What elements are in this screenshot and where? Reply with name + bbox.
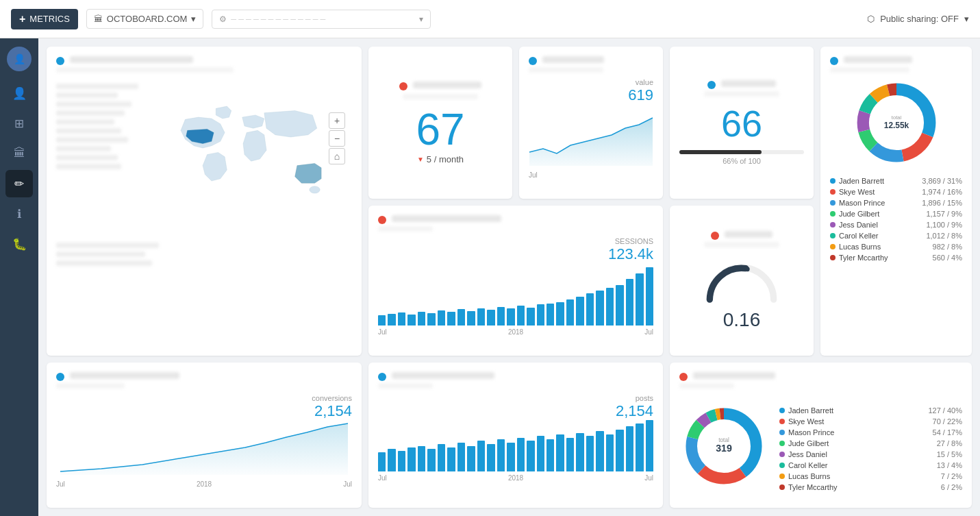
donut-small-widget: total 319 Jaden Barrett127 / 40%Skye Wes… (670, 363, 972, 508)
bar (507, 443, 514, 471)
arc-gauge-svg (701, 256, 783, 304)
sharing-label: Public sharing: OFF (880, 14, 959, 24)
line619-chart (529, 104, 653, 166)
bar (467, 311, 475, 325)
bar (407, 315, 415, 325)
sidebar-item-user[interactable]: 👤 (5, 79, 33, 107)
bar (636, 423, 643, 471)
metric016-icon (711, 232, 719, 240)
sessions-bar-chart (378, 267, 653, 325)
legend-item: Jess Daniel15 / 5% (779, 449, 962, 460)
sidebar-item-bank[interactable]: 🏛 (5, 140, 33, 167)
conv-label: conversions (56, 394, 352, 402)
bar (407, 447, 415, 471)
metric-67-widget: 67 ▼ ▼ 5 / month 5 / month (368, 47, 512, 199)
filter-icon: ⚙ (219, 14, 227, 24)
bar (398, 451, 405, 471)
gauge-bar-fill (679, 150, 762, 154)
bar (517, 438, 525, 471)
bar (606, 434, 614, 471)
filter-dropdown[interactable]: ⚙ ─ ─ ─ ─ ─ ─ ─ ─ ─ ─ ─ ─ ─ ▾ (212, 10, 431, 29)
bar (378, 315, 386, 325)
bar (388, 449, 395, 471)
conversions-chart (56, 420, 352, 475)
bar (447, 312, 455, 325)
bar (616, 285, 623, 326)
bar (626, 279, 633, 325)
posts-label: posts (378, 394, 653, 402)
donut-large-widget: total 12.55k Jaden Barrett3,869 / 31%Sky… (820, 47, 972, 356)
world-map-svg (159, 84, 352, 234)
bar (447, 447, 455, 471)
metric-619-label: value (529, 78, 653, 86)
sidebar-item-bug[interactable]: 🐛 (5, 230, 33, 258)
org-dropdown[interactable]: 🏛 OCTOBOARD.COM ▾ (86, 9, 204, 29)
svg-text:total: total (891, 114, 901, 121)
info-icon: ℹ (17, 207, 21, 221)
legend-item: Skye West70 / 22% (779, 416, 962, 427)
bar (527, 308, 534, 325)
user-icon: 👤 (12, 86, 27, 101)
bar (537, 304, 544, 325)
map-widget: + − ⌂ (47, 47, 362, 356)
bar (388, 314, 395, 325)
metric-016-widget: 0.16 (670, 206, 814, 356)
topbar: + METRICS 🏛 OCTOBOARD.COM ▾ ⚙ ─ ─ ─ ─ ─ … (0, 0, 980, 38)
posts-icon (378, 373, 386, 381)
bar (457, 309, 465, 325)
dashboard-grid: + − ⌂ (38, 38, 980, 516)
bar (596, 431, 603, 471)
legend-item: Carol Keller1,012 / 8% (830, 230, 962, 241)
sidebar-item-info[interactable]: ℹ (5, 200, 33, 228)
filter-chevron-icon: ▾ (419, 14, 423, 24)
legend-item: Jude Gilbert27 / 8% (779, 438, 962, 449)
legend-item: Jess Daniel1,100 / 9% (830, 219, 962, 230)
svg-text:319: 319 (716, 443, 732, 454)
add-metrics-button[interactable]: + METRICS (11, 9, 78, 29)
metric-016-value: 0.16 (723, 309, 761, 331)
svg-point-0 (310, 186, 320, 193)
bar (586, 293, 594, 325)
donut-large-legend: Jaden Barrett3,869 / 31%Skye West1,974 /… (830, 175, 962, 263)
legend-item: Lucas Burns982 / 8% (830, 241, 962, 252)
bar (527, 441, 534, 471)
metric-66-widget: 66 66% of 100 (670, 47, 814, 199)
bar (616, 430, 623, 471)
metric-619-widget: value 619 Jul (519, 47, 663, 199)
legend-item: Lucas Burns7 / 2% (779, 471, 962, 482)
svg-point-12 (745, 267, 750, 271)
sidebar-item-dashboard[interactable]: ⊞ (5, 110, 33, 137)
posts-widget: posts 2,154 Jul2018Jul (368, 363, 663, 508)
bar (507, 308, 514, 325)
legend-item: Tyler Mccarthy560 / 4% (830, 252, 962, 263)
bar (566, 299, 574, 325)
legend-item: Mason Prince1,896 / 15% (830, 197, 962, 208)
metric-67-change: ▼ ▼ 5 / month 5 / month (417, 154, 464, 164)
bar (546, 304, 554, 325)
bar (646, 267, 653, 325)
bank-icon: 🏛 (94, 14, 103, 24)
sharing-toggle[interactable]: ⬡ Public sharing: OFF ▾ (867, 14, 969, 24)
bar (517, 306, 525, 325)
gauge-bar-bg (679, 150, 804, 154)
bar (497, 439, 505, 471)
bar (427, 313, 435, 325)
sidebar-item-edit[interactable]: ✏ (5, 170, 33, 197)
bar (556, 302, 564, 325)
metric-66-value: 66 (721, 102, 762, 145)
sessions-label: SESSIONS (615, 237, 653, 245)
conversions-widget: conversions 2,154 Jul2018Jul (47, 363, 362, 508)
sessions-value: 123.4k (608, 245, 653, 263)
bar (438, 444, 445, 471)
legend-item: Carol Keller13 / 4% (779, 460, 962, 471)
zoom-in-button[interactable]: + (329, 112, 345, 129)
zoom-out-button[interactable]: − (329, 130, 345, 147)
bar (586, 436, 594, 471)
bar (626, 426, 633, 471)
bar (467, 446, 475, 472)
metrics-label: METRICS (29, 14, 70, 24)
filter-text: ─ ─ ─ ─ ─ ─ ─ ─ ─ ─ ─ ─ ─ (231, 15, 325, 23)
metric-67-value: 67 (416, 108, 464, 151)
map-icon (56, 57, 64, 65)
reset-view-button[interactable]: ⌂ (329, 148, 345, 164)
